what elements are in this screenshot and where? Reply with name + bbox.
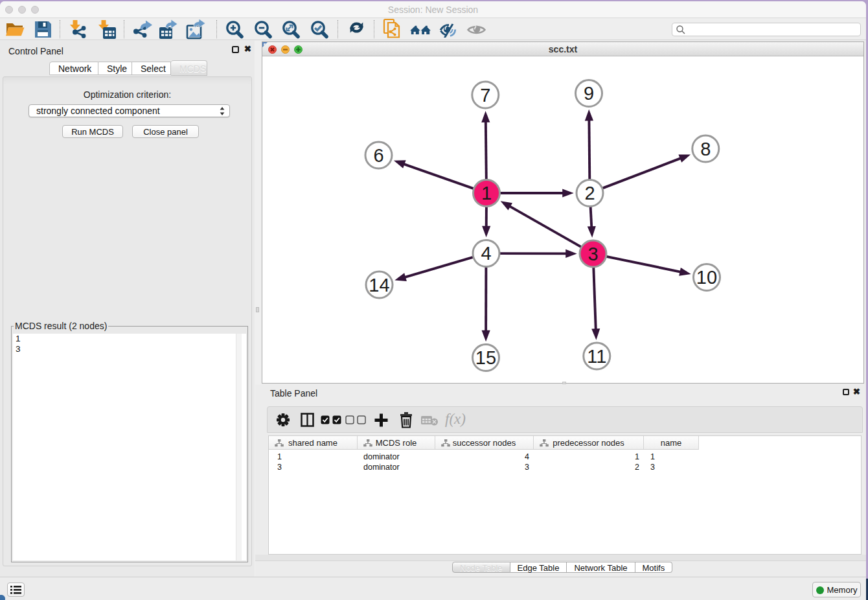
svg-text:9: 9 — [584, 83, 594, 104]
svg-text:7: 7 — [480, 85, 490, 106]
svg-text:14: 14 — [369, 275, 389, 295]
svg-text:8: 8 — [700, 139, 711, 159]
svg-text:15: 15 — [475, 347, 496, 368]
svg-text:6: 6 — [373, 145, 383, 166]
svg-text:3: 3 — [588, 244, 598, 264]
svg-text:1: 1 — [481, 183, 492, 203]
svg-text:10: 10 — [696, 267, 717, 288]
svg-text:11: 11 — [587, 346, 606, 367]
svg-text:2: 2 — [584, 183, 595, 203]
svg-text:4: 4 — [481, 243, 491, 264]
